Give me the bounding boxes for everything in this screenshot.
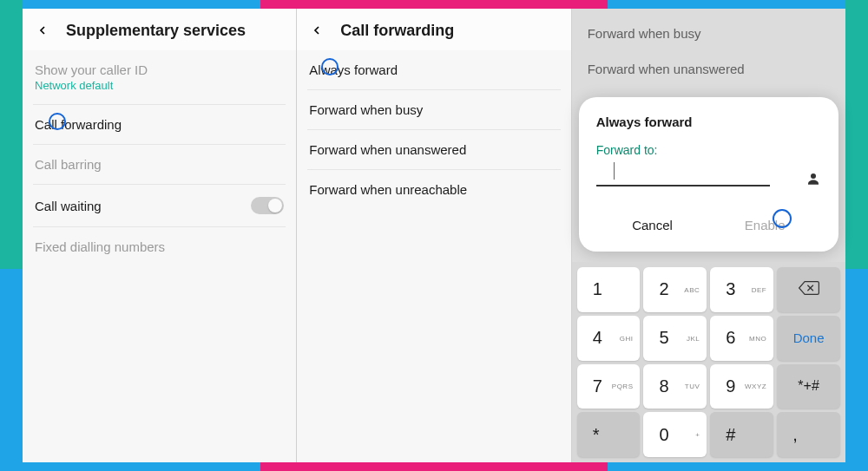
key-*[interactable]: * <box>577 412 641 457</box>
page-title: Supplementary services <box>66 22 246 40</box>
settings-list: Show your caller ID Network default Call… <box>23 50 296 266</box>
page-title: Call forwarding <box>340 22 454 40</box>
list-item-always-forward[interactable]: Always forward <box>307 50 560 90</box>
item-subtitle: Network default <box>35 79 284 92</box>
dialog-actions: Cancel Enable <box>596 206 821 245</box>
item-title: Forward when unanswered <box>309 142 558 157</box>
item-title: Show your caller ID <box>35 62 284 77</box>
list-item-call-waiting[interactable]: Call waiting <box>33 185 286 227</box>
item-title: Forward when unreachable <box>309 182 558 197</box>
item-title: Fixed dialling numbers <box>35 239 284 254</box>
text-cursor <box>614 162 615 180</box>
key-#[interactable]: # <box>710 412 773 457</box>
item-title: Call forwarding <box>35 117 284 132</box>
enable-button[interactable]: Enable <box>734 213 796 238</box>
item-title: Forward when busy <box>309 102 558 117</box>
item-title: Always forward <box>309 62 558 77</box>
decorative-stripe <box>260 0 608 9</box>
numeric-keypad: 12ABC3DEF4GHI5JKL6MNODone7PQRS8TUV9WXYZ*… <box>572 262 845 462</box>
decorative-stripe <box>260 462 608 471</box>
key-,[interactable]: , <box>777 412 840 457</box>
svg-point-0 <box>811 173 816 179</box>
key-5[interactable]: 5JKL <box>643 316 707 361</box>
contact-picker-icon[interactable] <box>806 171 821 186</box>
list-item-fixed-dialling[interactable]: Fixed dialling numbers <box>33 227 286 266</box>
forward-dialog: Always forward Forward to: Cancel Enable <box>579 97 838 252</box>
key-8[interactable]: 8TUV <box>643 364 707 409</box>
list-item-forward-busy[interactable]: Forward when busy <box>307 90 560 130</box>
bg-item: Forward when unanswered <box>588 51 830 87</box>
supplementary-services-screen: Supplementary services Show your caller … <box>23 9 296 462</box>
key-2[interactable]: 2ABC <box>643 267 707 312</box>
call-forwarding-screen: Call forwarding Always forward Forward w… <box>296 9 570 462</box>
forwarding-options-list: Always forward Forward when busy Forward… <box>297 50 570 209</box>
key-4[interactable]: 4GHI <box>577 316 641 361</box>
item-title: Call barring <box>35 157 284 172</box>
key-7[interactable]: 7PQRS <box>577 364 641 409</box>
symbols-key[interactable]: *+# <box>777 364 840 409</box>
key-9[interactable]: 9WXYZ <box>710 364 773 409</box>
phone-number-input[interactable] <box>596 162 770 186</box>
dialog-title: Always forward <box>596 114 821 129</box>
back-icon[interactable] <box>307 21 326 40</box>
background-list: Forward when busy Forward when unanswere… <box>572 9 845 94</box>
list-item-call-barring[interactable]: Call barring <box>33 145 286 185</box>
key-3[interactable]: 3DEF <box>710 267 773 312</box>
input-row <box>596 162 821 186</box>
decorative-stripe <box>0 0 23 269</box>
screenshots-row: Supplementary services Show your caller … <box>23 9 845 462</box>
forward-to-label: Forward to: <box>596 143 821 157</box>
toggle-switch[interactable] <box>251 197 284 214</box>
cancel-button[interactable]: Cancel <box>621 213 683 238</box>
list-item-forward-unanswered[interactable]: Forward when unanswered <box>307 130 560 170</box>
list-item-call-forwarding[interactable]: Call forwarding <box>33 105 286 145</box>
done-key[interactable]: Done <box>777 316 840 361</box>
screen-header: Supplementary services <box>23 9 296 50</box>
backspace-key[interactable] <box>777 267 840 312</box>
list-item-forward-unreachable[interactable]: Forward when unreachable <box>307 170 560 209</box>
always-forward-dialog-screen: Forward when busy Forward when unanswere… <box>571 9 845 462</box>
bg-item: Forward when busy <box>588 16 830 51</box>
key-0[interactable]: 0+ <box>643 412 707 457</box>
key-6[interactable]: 6MNO <box>710 316 773 361</box>
key-1[interactable]: 1 <box>577 267 641 312</box>
list-item-caller-id[interactable]: Show your caller ID Network default <box>33 50 286 105</box>
backspace-icon <box>798 279 820 300</box>
screen-header: Call forwarding <box>297 9 570 50</box>
back-icon[interactable] <box>33 21 52 40</box>
decorative-stripe <box>845 0 868 269</box>
item-title: Call waiting <box>35 199 102 213</box>
